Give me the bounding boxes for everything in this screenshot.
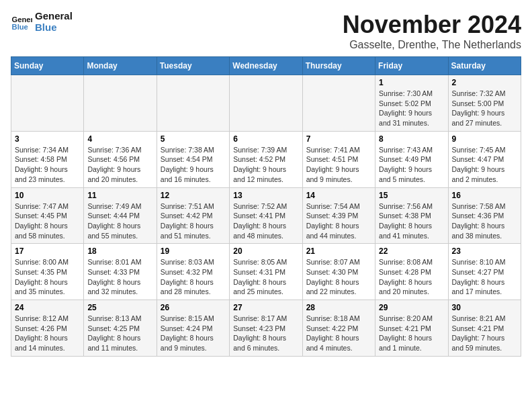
week-row-0: 1Sunrise: 7:30 AM Sunset: 5:02 PM Daylig… xyxy=(11,75,521,132)
day-number: 22 xyxy=(379,246,444,256)
calendar-cell: 2Sunrise: 7:32 AM Sunset: 5:00 PM Daylig… xyxy=(448,75,521,132)
calendar-cell: 10Sunrise: 7:47 AM Sunset: 4:45 PM Dayli… xyxy=(11,187,84,244)
day-number: 8 xyxy=(379,134,444,144)
month-title: November 2024 xyxy=(343,11,521,39)
calendar-cell: 8Sunrise: 7:43 AM Sunset: 4:49 PM Daylig… xyxy=(375,131,448,187)
day-info: Sunrise: 7:49 AM Sunset: 4:44 PM Dayligh… xyxy=(87,201,152,241)
day-number: 14 xyxy=(306,191,371,200)
day-number: 20 xyxy=(233,246,298,256)
day-number: 16 xyxy=(452,191,517,200)
day-info: Sunrise: 8:18 AM Sunset: 4:22 PM Dayligh… xyxy=(306,314,371,353)
page-header: General Blue General Blue November 2024 … xyxy=(11,11,521,51)
day-info: Sunrise: 8:07 AM Sunset: 4:30 PM Dayligh… xyxy=(306,257,371,297)
day-number: 30 xyxy=(452,303,517,312)
calendar-cell: 3Sunrise: 7:34 AM Sunset: 4:58 PM Daylig… xyxy=(11,131,84,187)
day-info: Sunrise: 7:41 AM Sunset: 4:51 PM Dayligh… xyxy=(306,145,371,185)
calendar-cell: 18Sunrise: 8:01 AM Sunset: 4:33 PM Dayli… xyxy=(84,244,157,300)
day-number: 5 xyxy=(161,134,226,144)
day-info: Sunrise: 7:47 AM Sunset: 4:45 PM Dayligh… xyxy=(15,201,80,241)
day-number: 12 xyxy=(161,191,226,200)
day-number: 29 xyxy=(379,303,444,312)
day-info: Sunrise: 7:34 AM Sunset: 4:58 PM Dayligh… xyxy=(15,145,80,185)
title-area: November 2024 Gasselte, Drenthe, The Net… xyxy=(343,11,521,51)
weekday-header-wednesday: Wednesday xyxy=(230,57,302,75)
day-info: Sunrise: 8:01 AM Sunset: 4:33 PM Dayligh… xyxy=(87,257,152,297)
calendar-table: SundayMondayTuesdayWednesdayThursdayFrid… xyxy=(11,56,521,357)
calendar-cell: 6Sunrise: 7:39 AM Sunset: 4:52 PM Daylig… xyxy=(230,131,302,187)
day-info: Sunrise: 8:12 AM Sunset: 4:26 PM Dayligh… xyxy=(15,314,80,353)
week-row-4: 24Sunrise: 8:12 AM Sunset: 4:26 PM Dayli… xyxy=(11,300,521,357)
day-info: Sunrise: 7:45 AM Sunset: 4:47 PM Dayligh… xyxy=(452,145,517,185)
calendar-cell: 19Sunrise: 8:03 AM Sunset: 4:32 PM Dayli… xyxy=(157,244,229,300)
day-info: Sunrise: 7:51 AM Sunset: 4:42 PM Dayligh… xyxy=(161,201,226,241)
logo-blue: Blue xyxy=(35,22,73,34)
day-info: Sunrise: 7:30 AM Sunset: 5:02 PM Dayligh… xyxy=(379,89,444,128)
day-info: Sunrise: 7:32 AM Sunset: 5:00 PM Dayligh… xyxy=(452,89,517,128)
calendar-cell: 11Sunrise: 7:49 AM Sunset: 4:44 PM Dayli… xyxy=(84,187,157,244)
day-info: Sunrise: 7:56 AM Sunset: 4:38 PM Dayligh… xyxy=(379,201,444,241)
logo-icon: General Blue xyxy=(11,11,32,33)
day-number: 26 xyxy=(161,303,226,312)
calendar-cell: 30Sunrise: 8:21 AM Sunset: 4:21 PM Dayli… xyxy=(448,300,521,357)
day-info: Sunrise: 7:54 AM Sunset: 4:39 PM Dayligh… xyxy=(306,201,371,241)
day-number: 1 xyxy=(379,78,444,87)
svg-text:Blue: Blue xyxy=(12,23,28,31)
logo: General Blue General Blue xyxy=(11,11,73,33)
day-number: 13 xyxy=(233,191,298,200)
day-info: Sunrise: 8:21 AM Sunset: 4:21 PM Dayligh… xyxy=(452,314,517,353)
weekday-header-sunday: Sunday xyxy=(11,57,84,75)
day-number: 10 xyxy=(15,191,80,200)
calendar-cell: 12Sunrise: 7:51 AM Sunset: 4:42 PM Dayli… xyxy=(157,187,229,244)
day-info: Sunrise: 8:13 AM Sunset: 4:25 PM Dayligh… xyxy=(87,314,152,353)
day-info: Sunrise: 8:08 AM Sunset: 4:28 PM Dayligh… xyxy=(379,257,444,297)
week-row-1: 3Sunrise: 7:34 AM Sunset: 4:58 PM Daylig… xyxy=(11,131,521,187)
calendar-cell: 23Sunrise: 8:10 AM Sunset: 4:27 PM Dayli… xyxy=(448,244,521,300)
calendar-cell: 17Sunrise: 8:00 AM Sunset: 4:35 PM Dayli… xyxy=(11,244,84,300)
calendar-cell: 16Sunrise: 7:58 AM Sunset: 4:36 PM Dayli… xyxy=(448,187,521,244)
day-info: Sunrise: 7:58 AM Sunset: 4:36 PM Dayligh… xyxy=(452,201,517,241)
day-number: 18 xyxy=(87,246,152,256)
day-info: Sunrise: 8:15 AM Sunset: 4:24 PM Dayligh… xyxy=(161,314,226,353)
day-number: 28 xyxy=(306,303,371,312)
calendar-cell xyxy=(84,75,157,132)
calendar-cell: 24Sunrise: 8:12 AM Sunset: 4:26 PM Dayli… xyxy=(11,300,84,357)
calendar-cell: 29Sunrise: 8:20 AM Sunset: 4:21 PM Dayli… xyxy=(375,300,448,357)
day-number: 27 xyxy=(233,303,298,312)
calendar-cell: 1Sunrise: 7:30 AM Sunset: 5:02 PM Daylig… xyxy=(375,75,448,132)
calendar-cell: 26Sunrise: 8:15 AM Sunset: 4:24 PM Dayli… xyxy=(157,300,229,357)
calendar-cell xyxy=(11,75,84,132)
day-info: Sunrise: 7:39 AM Sunset: 4:52 PM Dayligh… xyxy=(233,145,298,185)
day-number: 25 xyxy=(87,303,152,312)
weekday-header-saturday: Saturday xyxy=(448,57,521,75)
week-row-2: 10Sunrise: 7:47 AM Sunset: 4:45 PM Dayli… xyxy=(11,187,521,244)
day-info: Sunrise: 8:17 AM Sunset: 4:23 PM Dayligh… xyxy=(233,314,298,353)
calendar-cell: 5Sunrise: 7:38 AM Sunset: 4:54 PM Daylig… xyxy=(157,131,229,187)
day-number: 9 xyxy=(452,134,517,144)
day-number: 7 xyxy=(306,134,371,144)
calendar-cell: 9Sunrise: 7:45 AM Sunset: 4:47 PM Daylig… xyxy=(448,131,521,187)
day-number: 24 xyxy=(15,303,80,312)
weekday-header-friday: Friday xyxy=(375,57,448,75)
day-info: Sunrise: 7:38 AM Sunset: 4:54 PM Dayligh… xyxy=(161,145,226,185)
day-info: Sunrise: 7:52 AM Sunset: 4:41 PM Dayligh… xyxy=(233,201,298,241)
weekday-header-tuesday: Tuesday xyxy=(157,57,229,75)
day-info: Sunrise: 8:10 AM Sunset: 4:27 PM Dayligh… xyxy=(452,257,517,297)
svg-text:General: General xyxy=(12,15,32,24)
day-info: Sunrise: 8:20 AM Sunset: 4:21 PM Dayligh… xyxy=(379,314,444,353)
day-number: 3 xyxy=(15,134,80,144)
day-info: Sunrise: 7:36 AM Sunset: 4:56 PM Dayligh… xyxy=(87,145,152,185)
day-number: 21 xyxy=(306,246,371,256)
day-number: 2 xyxy=(452,78,517,87)
day-info: Sunrise: 7:43 AM Sunset: 4:49 PM Dayligh… xyxy=(379,145,444,185)
calendar-cell: 27Sunrise: 8:17 AM Sunset: 4:23 PM Dayli… xyxy=(230,300,302,357)
calendar-cell: 22Sunrise: 8:08 AM Sunset: 4:28 PM Dayli… xyxy=(375,244,448,300)
calendar-cell: 7Sunrise: 7:41 AM Sunset: 4:51 PM Daylig… xyxy=(302,131,375,187)
calendar-cell: 14Sunrise: 7:54 AM Sunset: 4:39 PM Dayli… xyxy=(302,187,375,244)
day-number: 17 xyxy=(15,246,80,256)
calendar-cell xyxy=(157,75,229,132)
weekday-header-row: SundayMondayTuesdayWednesdayThursdayFrid… xyxy=(11,57,521,75)
day-info: Sunrise: 8:03 AM Sunset: 4:32 PM Dayligh… xyxy=(161,257,226,297)
calendar-cell xyxy=(302,75,375,132)
calendar-cell: 21Sunrise: 8:07 AM Sunset: 4:30 PM Dayli… xyxy=(302,244,375,300)
calendar-cell: 25Sunrise: 8:13 AM Sunset: 4:25 PM Dayli… xyxy=(84,300,157,357)
